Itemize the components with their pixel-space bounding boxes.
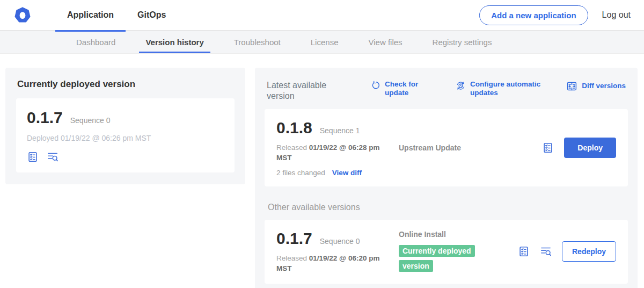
available-versions-header: Latest available version Check for updat…	[264, 76, 629, 102]
available-versions-panel: Latest available version Check for updat…	[255, 68, 638, 288]
tab-gitops[interactable]: GitOps	[126, 0, 178, 31]
app-subnav: Dashboard Version history Troubleshoot L…	[0, 31, 644, 54]
subnav-label-view-files: View files	[368, 38, 402, 47]
other-version-actions: Redeploy	[513, 229, 616, 274]
version-card-latest: 0.1.8 Sequence 1 Released 01/19/22 @ 06:…	[265, 109, 628, 186]
deploy-button[interactable]: Deploy	[564, 138, 616, 158]
other-version-source: Online Install Currently deployed versio…	[399, 229, 513, 274]
subnav-label-version-history: Version history	[145, 38, 203, 47]
files-changed-label: 2 files changed	[276, 169, 325, 177]
deployed-sequence-label: Sequence 0	[70, 116, 111, 125]
latest-version-info: 0.1.8 Sequence 1 Released 01/19/22 @ 06:…	[276, 119, 399, 177]
view-diff-link[interactable]: View diff	[332, 169, 362, 177]
deploy-logs-icon[interactable]	[47, 151, 58, 163]
other-version-info: 0.1.7 Sequence 0 Released 01/19/22 @ 06:…	[276, 229, 399, 274]
latest-version-source: Upstream Update	[399, 119, 537, 177]
upstream-update-label: Upstream Update	[399, 143, 537, 152]
subnav-item-dashboard[interactable]: Dashboard	[61, 31, 130, 53]
subnav-label-license: License	[311, 38, 339, 47]
deployed-timestamp: Deployed 01/19/22 @ 06:26 pm MST	[27, 134, 224, 142]
currently-deployed-badge: Currently deployed version	[399, 245, 475, 272]
tab-application[interactable]: Application	[55, 0, 126, 31]
check-for-update-label: Check for update	[385, 80, 436, 97]
kots-logo-icon	[13, 6, 32, 24]
preflight-checks-icon[interactable]	[27, 151, 39, 163]
deployed-version-number: 0.1.7	[27, 109, 63, 127]
deployed-version-card: 0.1.7 Sequence 0 Deployed 01/19/22 @ 06:…	[16, 98, 235, 172]
subnav-item-troubleshoot[interactable]: Troubleshoot	[219, 31, 296, 53]
subnav-label-troubleshoot: Troubleshoot	[234, 38, 281, 47]
app-logo[interactable]	[13, 6, 32, 24]
other-available-versions-title: Other available versions	[268, 203, 629, 212]
preflight-checks-icon[interactable]	[542, 142, 554, 154]
diff-versions-label: Diff versions	[582, 82, 626, 90]
redeploy-button[interactable]: Redeploy	[562, 241, 616, 262]
tab-application-label: Application	[67, 10, 114, 20]
currently-deployed-card: Currently deployed version 0.1.7 Sequenc…	[5, 68, 245, 184]
subnav-label-dashboard: Dashboard	[76, 38, 115, 47]
latest-sequence-label: Sequence 1	[320, 126, 360, 135]
latest-available-title: Latest available version	[267, 80, 335, 102]
auto-update-icon	[456, 81, 466, 91]
other-released-timestamp: Released 01/19/22 @ 06:20 pm MST	[276, 254, 386, 274]
latest-released-timestamp: Released 01/19/22 @ 06:28 pm MST	[276, 143, 386, 163]
subnav-item-version-history[interactable]: Version history	[130, 31, 218, 53]
version-history-page: Currently deployed version 0.1.7 Sequenc…	[0, 54, 644, 288]
released-label: Released	[276, 143, 307, 152]
other-version-number: 0.1.7	[276, 229, 312, 248]
check-for-update-button[interactable]: Check for update	[371, 80, 436, 97]
tab-gitops-label: GitOps	[137, 10, 166, 20]
currently-deployed-badge-wrap: Currently deployed version	[399, 243, 484, 273]
logout-link[interactable]: Log out	[602, 10, 631, 20]
released-label: Released	[276, 254, 307, 262]
online-install-label: Online Install	[399, 230, 513, 239]
add-application-button[interactable]: Add a new application	[479, 5, 588, 25]
refresh-icon	[371, 81, 380, 90]
top-navbar: Application GitOps Add a new application…	[0, 0, 644, 31]
preflight-checks-icon[interactable]	[518, 246, 530, 257]
deploy-logs-icon[interactable]	[540, 246, 552, 257]
subnav-item-view-files[interactable]: View files	[353, 31, 417, 53]
topbar-right: Add a new application Log out	[479, 5, 631, 25]
version-card-other: 0.1.7 Sequence 0 Released 01/19/22 @ 06:…	[265, 220, 628, 284]
other-sequence-label: Sequence 0	[320, 237, 360, 246]
currently-deployed-title: Currently deployed version	[17, 79, 235, 90]
latest-version-number: 0.1.8	[276, 119, 312, 137]
subnav-label-registry-settings: Registry settings	[433, 38, 492, 47]
latest-version-actions: Deploy	[537, 119, 616, 177]
diff-versions-button[interactable]: Diff versions	[566, 80, 626, 92]
diff-icon	[566, 81, 577, 92]
subnav-item-license[interactable]: License	[296, 31, 354, 53]
subnav-item-registry-settings[interactable]: Registry settings	[418, 31, 507, 53]
configure-automatic-updates-label: Configure automatic updates	[470, 80, 546, 97]
configure-automatic-updates-button[interactable]: Configure automatic updates	[456, 80, 546, 97]
